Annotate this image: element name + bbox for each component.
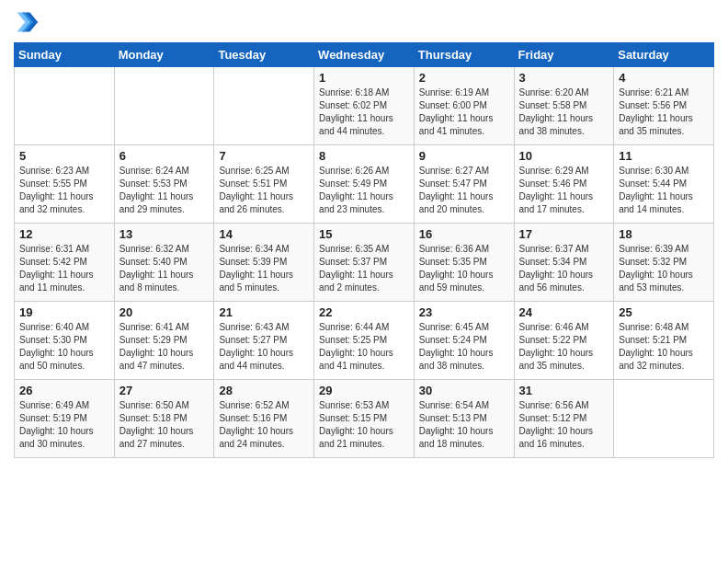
day-info: Sunrise: 6:19 AMSunset: 6:00 PMDaylight:… <box>419 86 509 138</box>
calendar-day-cell: 1Sunrise: 6:18 AMSunset: 6:02 PMDaylight… <box>314 67 415 145</box>
calendar-day-cell <box>114 67 214 145</box>
day-number: 30 <box>419 384 509 397</box>
weekday-header: Friday <box>514 43 614 67</box>
day-info: Sunrise: 6:43 AMSunset: 5:27 PMDaylight:… <box>219 321 309 373</box>
calendar-day-cell: 10Sunrise: 6:29 AMSunset: 5:46 PMDayligh… <box>514 145 614 224</box>
calendar-day-cell: 28Sunrise: 6:52 AMSunset: 5:16 PMDayligh… <box>214 380 314 458</box>
day-number: 8 <box>319 149 409 163</box>
calendar-day-cell: 20Sunrise: 6:41 AMSunset: 5:29 PMDayligh… <box>114 302 214 380</box>
day-number: 27 <box>119 384 210 397</box>
calendar-day-cell: 21Sunrise: 6:43 AMSunset: 5:27 PMDayligh… <box>214 302 314 380</box>
day-info: Sunrise: 6:21 AMSunset: 5:56 PMDaylight:… <box>619 86 709 138</box>
day-info: Sunrise: 6:49 AMSunset: 5:19 PMDaylight:… <box>19 399 109 451</box>
calendar-week-row: 26Sunrise: 6:49 AMSunset: 5:19 PMDayligh… <box>15 380 714 458</box>
day-info: Sunrise: 6:35 AMSunset: 5:37 PMDaylight:… <box>319 243 409 294</box>
calendar-day-cell: 12Sunrise: 6:31 AMSunset: 5:42 PMDayligh… <box>15 224 115 302</box>
day-number: 3 <box>519 71 609 85</box>
logo <box>14 9 43 35</box>
day-info: Sunrise: 6:50 AMSunset: 5:18 PMDaylight:… <box>119 399 210 451</box>
weekday-header: Tuesday <box>214 43 314 67</box>
calendar-day-cell: 2Sunrise: 6:19 AMSunset: 6:00 PMDaylight… <box>414 67 514 145</box>
day-info: Sunrise: 6:56 AMSunset: 5:12 PMDaylight:… <box>519 399 609 451</box>
day-number: 20 <box>119 305 210 319</box>
calendar-day-cell: 14Sunrise: 6:34 AMSunset: 5:39 PMDayligh… <box>214 224 314 302</box>
calendar-week-row: 5Sunrise: 6:23 AMSunset: 5:55 PMDaylight… <box>15 145 714 224</box>
calendar-day-cell: 25Sunrise: 6:48 AMSunset: 5:21 PMDayligh… <box>614 302 714 380</box>
calendar-day-cell: 15Sunrise: 6:35 AMSunset: 5:37 PMDayligh… <box>314 224 415 302</box>
day-info: Sunrise: 6:29 AMSunset: 5:46 PMDaylight:… <box>519 165 609 216</box>
day-info: Sunrise: 6:48 AMSunset: 5:21 PMDaylight:… <box>619 321 709 373</box>
calendar-day-cell: 5Sunrise: 6:23 AMSunset: 5:55 PMDaylight… <box>15 145 115 224</box>
day-info: Sunrise: 6:46 AMSunset: 5:22 PMDaylight:… <box>519 321 609 373</box>
weekday-header: Saturday <box>614 43 714 67</box>
calendar-day-cell: 9Sunrise: 6:27 AMSunset: 5:47 PMDaylight… <box>414 145 514 224</box>
day-number: 17 <box>519 227 609 241</box>
day-number: 23 <box>419 305 509 319</box>
day-number: 14 <box>219 227 309 241</box>
day-number: 10 <box>519 149 609 163</box>
logo-icon <box>14 9 40 35</box>
calendar-table: SundayMondayTuesdayWednesdayThursdayFrid… <box>14 42 714 458</box>
calendar-day-cell: 18Sunrise: 6:39 AMSunset: 5:32 PMDayligh… <box>614 224 714 302</box>
day-number: 9 <box>419 149 509 163</box>
calendar-day-cell: 30Sunrise: 6:54 AMSunset: 5:13 PMDayligh… <box>414 380 514 458</box>
calendar-day-cell <box>15 67 115 145</box>
day-number: 28 <box>219 384 309 397</box>
day-info: Sunrise: 6:23 AMSunset: 5:55 PMDaylight:… <box>19 165 109 216</box>
day-number: 16 <box>419 227 509 241</box>
day-info: Sunrise: 6:30 AMSunset: 5:44 PMDaylight:… <box>619 165 709 216</box>
day-number: 22 <box>319 305 409 319</box>
calendar-day-cell <box>614 380 714 458</box>
day-info: Sunrise: 6:25 AMSunset: 5:51 PMDaylight:… <box>219 165 309 216</box>
day-number: 25 <box>619 305 709 319</box>
weekday-header: Thursday <box>414 43 514 67</box>
calendar-day-cell: 3Sunrise: 6:20 AMSunset: 5:58 PMDaylight… <box>514 67 614 145</box>
calendar-day-cell: 24Sunrise: 6:46 AMSunset: 5:22 PMDayligh… <box>514 302 614 380</box>
day-number: 26 <box>19 384 109 397</box>
day-number: 13 <box>119 227 210 241</box>
day-number: 11 <box>619 149 709 163</box>
day-number: 4 <box>619 71 709 85</box>
day-info: Sunrise: 6:44 AMSunset: 5:25 PMDaylight:… <box>319 321 409 373</box>
day-info: Sunrise: 6:52 AMSunset: 5:16 PMDaylight:… <box>219 399 309 451</box>
day-number: 2 <box>419 71 509 85</box>
day-info: Sunrise: 6:41 AMSunset: 5:29 PMDaylight:… <box>119 321 210 373</box>
day-number: 29 <box>319 384 409 397</box>
calendar-day-cell: 19Sunrise: 6:40 AMSunset: 5:30 PMDayligh… <box>15 302 115 380</box>
day-number: 7 <box>219 149 309 163</box>
day-info: Sunrise: 6:18 AMSunset: 6:02 PMDaylight:… <box>319 86 409 138</box>
day-info: Sunrise: 6:40 AMSunset: 5:30 PMDaylight:… <box>19 321 109 373</box>
day-number: 6 <box>119 149 210 163</box>
calendar-week-row: 1Sunrise: 6:18 AMSunset: 6:02 PMDaylight… <box>15 67 714 145</box>
calendar-day-cell: 7Sunrise: 6:25 AMSunset: 5:51 PMDaylight… <box>214 145 314 224</box>
day-info: Sunrise: 6:54 AMSunset: 5:13 PMDaylight:… <box>419 399 509 451</box>
weekday-header: Monday <box>114 43 214 67</box>
calendar-day-cell: 11Sunrise: 6:30 AMSunset: 5:44 PMDayligh… <box>614 145 714 224</box>
calendar-day-cell: 26Sunrise: 6:49 AMSunset: 5:19 PMDayligh… <box>15 380 115 458</box>
calendar-day-cell: 23Sunrise: 6:45 AMSunset: 5:24 PMDayligh… <box>414 302 514 380</box>
calendar-day-cell: 8Sunrise: 6:26 AMSunset: 5:49 PMDaylight… <box>314 145 415 224</box>
day-info: Sunrise: 6:34 AMSunset: 5:39 PMDaylight:… <box>219 243 309 294</box>
day-info: Sunrise: 6:20 AMSunset: 5:58 PMDaylight:… <box>519 86 609 138</box>
calendar-day-cell: 29Sunrise: 6:53 AMSunset: 5:15 PMDayligh… <box>314 380 415 458</box>
day-info: Sunrise: 6:37 AMSunset: 5:34 PMDaylight:… <box>519 243 609 294</box>
calendar-day-cell: 27Sunrise: 6:50 AMSunset: 5:18 PMDayligh… <box>114 380 214 458</box>
calendar-day-cell: 17Sunrise: 6:37 AMSunset: 5:34 PMDayligh… <box>514 224 614 302</box>
day-number: 21 <box>219 305 309 319</box>
day-info: Sunrise: 6:53 AMSunset: 5:15 PMDaylight:… <box>319 399 409 451</box>
calendar-day-cell: 13Sunrise: 6:32 AMSunset: 5:40 PMDayligh… <box>114 224 214 302</box>
day-number: 1 <box>319 71 409 85</box>
calendar-day-cell: 16Sunrise: 6:36 AMSunset: 5:35 PMDayligh… <box>414 224 514 302</box>
calendar-day-cell: 31Sunrise: 6:56 AMSunset: 5:12 PMDayligh… <box>514 380 614 458</box>
day-number: 31 <box>519 384 609 397</box>
calendar-day-cell <box>214 67 314 145</box>
weekday-header: Sunday <box>15 43 115 67</box>
calendar-week-row: 19Sunrise: 6:40 AMSunset: 5:30 PMDayligh… <box>15 302 714 380</box>
day-number: 18 <box>619 227 709 241</box>
day-info: Sunrise: 6:45 AMSunset: 5:24 PMDaylight:… <box>419 321 509 373</box>
day-info: Sunrise: 6:24 AMSunset: 5:53 PMDaylight:… <box>119 165 210 216</box>
weekday-header: Wednesday <box>314 43 415 67</box>
day-number: 24 <box>519 305 609 319</box>
day-info: Sunrise: 6:27 AMSunset: 5:47 PMDaylight:… <box>419 165 509 216</box>
calendar-week-row: 12Sunrise: 6:31 AMSunset: 5:42 PMDayligh… <box>15 224 714 302</box>
